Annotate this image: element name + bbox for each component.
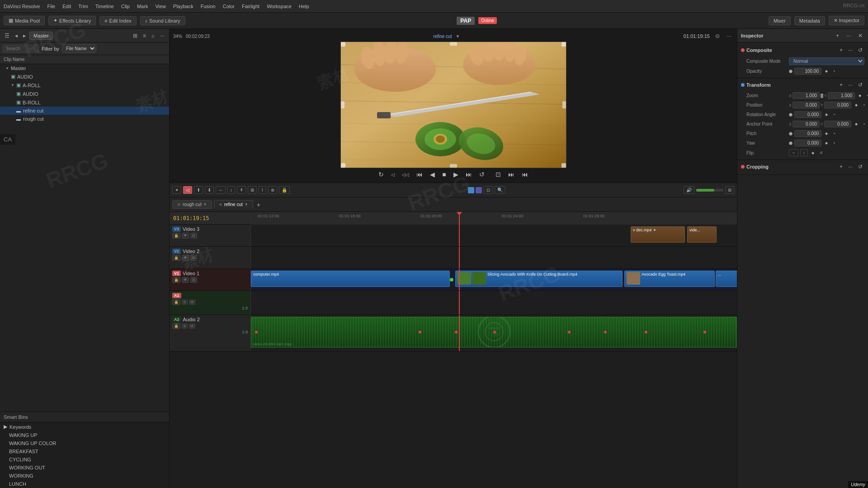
- add-timeline-button[interactable]: +: [255, 200, 262, 209]
- audio-v2[interactable]: ⊡: [190, 255, 197, 261]
- loop-section-button[interactable]: ↺: [477, 170, 486, 179]
- replace-button[interactable]: ↔: [216, 186, 226, 194]
- zoom-x-value[interactable]: 1.000: [793, 92, 820, 99]
- lock-a2[interactable]: 🔒: [172, 323, 180, 329]
- smart-bin-breakfast[interactable]: BREAKFAST: [0, 447, 169, 455]
- close-tab-icon-2[interactable]: ✕: [219, 202, 222, 207]
- go-to-end-button[interactable]: ⏭: [464, 170, 474, 179]
- ripple-button[interactable]: ⌇: [259, 186, 266, 194]
- lock-button[interactable]: 🔒: [279, 186, 290, 194]
- smart-bin-lunch[interactable]: LUNCH: [0, 480, 169, 488]
- track-content-a1[interactable]: [251, 291, 737, 314]
- flip-keyframe[interactable]: ◆: [810, 150, 816, 156]
- cropping-reset[interactable]: ↺: [856, 163, 864, 171]
- zoom-link-icon[interactable]: [821, 94, 823, 98]
- inspector-button[interactable]: ✕ Inspector: [829, 16, 864, 25]
- back-icon[interactable]: ◂: [13, 32, 19, 40]
- overwrite-button[interactable]: ⬇: [205, 186, 214, 194]
- anchor-reset-btn[interactable]: +: [861, 121, 867, 127]
- sound-library-button[interactable]: ♪ Sound Library: [140, 16, 185, 25]
- menu-fusion[interactable]: Fusion: [201, 4, 216, 9]
- transform-section-header[interactable]: Transform + ··· ↺: [737, 79, 868, 91]
- yaw-value[interactable]: 0.000: [794, 140, 821, 146]
- opacity-keyframe[interactable]: ◆: [823, 68, 830, 74]
- audio-v3[interactable]: ⊡: [190, 233, 197, 239]
- audio-waveform-clip[interactable]: racks-ctrl-894.mp3 copy RRCG 人人素材: [251, 317, 737, 347]
- rotation-slider[interactable]: [789, 113, 793, 117]
- pitch-reset-btn[interactable]: +: [831, 131, 837, 136]
- close-tab-icon[interactable]: ✕: [177, 202, 181, 207]
- menu-workspace[interactable]: Workspace: [267, 4, 292, 9]
- lock-v2[interactable]: 🔒: [172, 255, 180, 261]
- anchor-keyframe[interactable]: ◆: [853, 121, 859, 127]
- tab-dropdown-icon-2[interactable]: ▼: [245, 202, 248, 206]
- blue-marker[interactable]: [468, 187, 474, 193]
- tab-dropdown-icon[interactable]: ▼: [203, 202, 207, 206]
- clip-refine-cut[interactable]: ▬ refine cut: [0, 107, 169, 115]
- jkl-icon[interactable]: ◁: [389, 171, 396, 178]
- more-options-icon[interactable]: ···: [158, 32, 166, 40]
- rot-keyframe[interactable]: ◆: [823, 112, 830, 117]
- menu-trim[interactable]: Trim: [78, 4, 88, 9]
- s-a1[interactable]: S: [182, 300, 188, 305]
- track-content-v3[interactable]: v dec.mp4 ▼ vide...: [251, 225, 737, 246]
- timeline-ruler[interactable]: 01:01:12:00 01:01:16:00 01:01:20:00 01:0…: [251, 212, 737, 225]
- v3-clip-1-dropdown[interactable]: ▼: [653, 228, 656, 232]
- flip-reset-btn[interactable]: ↺: [818, 150, 825, 156]
- composite-reset[interactable]: ↺: [856, 46, 864, 54]
- snap-button[interactable]: ⊡: [484, 186, 493, 194]
- pitch-value[interactable]: 0.000: [794, 130, 821, 137]
- v1-clip-egg-toast[interactable]: Avocado Egg Toast.mp4: [624, 271, 715, 287]
- pos-reset-btn[interactable]: +: [861, 102, 867, 108]
- pitch-slider[interactable]: [789, 132, 793, 136]
- flip-v-button[interactable]: ↕: [800, 149, 808, 156]
- composite-section-header[interactable]: Composite + ··· ↺: [737, 44, 868, 56]
- corner-handle-tl[interactable]: [341, 42, 345, 47]
- metadata-button[interactable]: Metadata: [794, 16, 825, 25]
- eye-v3[interactable]: 👁: [182, 233, 189, 239]
- inspector-close-icon[interactable]: ✕: [856, 32, 864, 40]
- v1-clip-partial[interactable]: ...: [716, 271, 737, 287]
- smart-bin-cycling[interactable]: CYCLING: [0, 455, 169, 464]
- eye-v2[interactable]: 👁: [182, 255, 189, 261]
- audio-mute-button[interactable]: 🔊: [684, 186, 694, 194]
- master-dropdown[interactable]: Master: [29, 32, 53, 40]
- menu-fairlight[interactable]: Fairlight: [242, 4, 259, 9]
- tab-refine-cut[interactable]: ✕ refine cut ▼: [214, 200, 253, 209]
- menu-davinci-resolve[interactable]: DaVinci Resolve: [4, 4, 40, 9]
- track-content-a2[interactable]: racks-ctrl-894.mp3 copy RRCG 人人素材: [251, 315, 737, 351]
- transform-add[interactable]: +: [838, 81, 844, 89]
- pos-keyframe[interactable]: ◆: [853, 102, 859, 108]
- cropping-more[interactable]: ···: [846, 163, 854, 171]
- more-edit-button[interactable]: ⊞: [725, 186, 734, 194]
- pos-y-value[interactable]: 0.000: [824, 102, 851, 108]
- corner-handle-bl[interactable]: [341, 163, 345, 168]
- corner-handle-tr[interactable]: [561, 42, 566, 47]
- menu-file[interactable]: File: [47, 4, 56, 9]
- corner-handle-br[interactable]: [561, 163, 566, 168]
- menu-view[interactable]: View: [155, 4, 166, 9]
- play-button[interactable]: ▶: [452, 170, 460, 179]
- opacity-value[interactable]: 100.00: [794, 68, 821, 75]
- flip-h-button[interactable]: ↔: [789, 149, 798, 156]
- bin-aroll[interactable]: ▼ ▣ A-ROLL: [0, 81, 169, 89]
- next-clip-button[interactable]: ⏭: [506, 170, 516, 179]
- prev-clip-button[interactable]: ⏮: [520, 170, 530, 179]
- m-a1[interactable]: M: [189, 300, 195, 305]
- m-a2[interactable]: M: [189, 324, 195, 328]
- timecode-input[interactable]: 00:02:09:23: [186, 34, 210, 39]
- composite-more[interactable]: ···: [846, 46, 854, 54]
- go-to-start-button[interactable]: ⏮: [415, 170, 425, 179]
- effects-library-button[interactable]: ✦ Effects Library: [48, 16, 96, 25]
- yaw-reset-btn[interactable]: +: [831, 140, 837, 146]
- bin-master[interactable]: ▼ Master: [0, 64, 169, 72]
- opacity-slider[interactable]: [789, 70, 793, 73]
- anchor-y-value[interactable]: 0.000: [824, 121, 851, 127]
- purple-marker[interactable]: [476, 187, 482, 193]
- smart-bin-waking-up[interactable]: WAKING UP: [0, 431, 169, 439]
- bin-audio-1[interactable]: ▣ AUDIO: [0, 72, 169, 81]
- pos-x-value[interactable]: 0.000: [793, 102, 820, 108]
- menu-playback[interactable]: Playback: [173, 4, 193, 9]
- composite-add[interactable]: +: [838, 46, 844, 54]
- full-screen-button[interactable]: ⊡: [494, 170, 503, 179]
